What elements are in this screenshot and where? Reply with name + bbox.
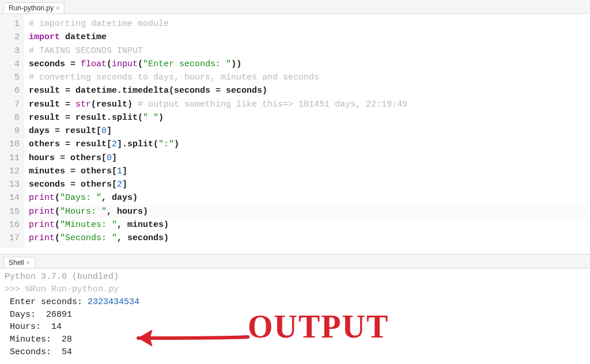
close-icon[interactable]: × bbox=[27, 259, 30, 266]
code-line[interactable]: # TAKING SECONDS INPUT bbox=[29, 44, 585, 58]
line-number: 13 bbox=[9, 178, 20, 191]
token-string: " " bbox=[143, 113, 158, 123]
line-number: 14 bbox=[9, 191, 20, 204]
code-line[interactable]: result = result.split(" ") bbox=[29, 111, 585, 124]
code-line[interactable]: print("Minutes: ", minutes) bbox=[29, 218, 585, 232]
shell-output-hours: Hours: 14 bbox=[5, 322, 62, 332]
editor-tab-bar: Run-python.py × bbox=[0, 0, 590, 14]
token-plain: (result) bbox=[91, 100, 138, 109]
token-string: "Days: " bbox=[60, 193, 101, 203]
shell-output[interactable]: Python 3.7.6 (bundled) >>> %Run Run-pyth… bbox=[0, 268, 590, 361]
token-plain: , days) bbox=[101, 193, 138, 203]
close-icon[interactable]: × bbox=[56, 5, 59, 12]
token-builtin: print bbox=[29, 233, 55, 243]
token-string: ":" bbox=[158, 139, 174, 149]
token-plain: result = result.split( bbox=[29, 113, 143, 123]
editor-tab[interactable]: Run-python.py × bbox=[3, 2, 65, 13]
token-comment: # converting seconds to days, hours, min… bbox=[29, 73, 319, 82]
token-plain: ( bbox=[107, 59, 112, 69]
code-line[interactable]: hours = others[0] bbox=[29, 151, 585, 165]
token-string: "Hours: " bbox=[60, 207, 107, 217]
token-number: 2 bbox=[117, 180, 122, 189]
token-plain: seconds = others[ bbox=[29, 180, 117, 189]
token-builtin: print bbox=[29, 193, 55, 203]
token-plain: hours = others[ bbox=[29, 153, 107, 163]
token-plain: ] bbox=[122, 166, 127, 176]
token-plain: others = result[ bbox=[29, 139, 112, 149]
token-plain: ] bbox=[107, 126, 112, 136]
token-comment: # importing datetime module bbox=[29, 19, 169, 29]
code-line[interactable]: result = datetime.timedelta(seconds = se… bbox=[29, 84, 585, 97]
token-plain: ) bbox=[158, 113, 164, 123]
line-number: 3 bbox=[9, 44, 20, 58]
token-number: 2 bbox=[112, 139, 117, 149]
token-number: 0 bbox=[107, 153, 112, 163]
code-line[interactable]: # importing datetime module bbox=[29, 17, 585, 31]
shell-output-seconds: Seconds: 54 bbox=[5, 347, 72, 357]
line-number: 4 bbox=[9, 58, 20, 71]
code-line[interactable]: import datetime bbox=[29, 31, 585, 44]
code-line[interactable]: result = str(result) # output something … bbox=[29, 98, 585, 111]
shell-tab-bar: Shell × bbox=[0, 255, 590, 268]
shell-run-command: %Run Run-python.py bbox=[25, 285, 119, 294]
token-plain: )) bbox=[231, 59, 241, 69]
shell-panel: Shell × Python 3.7.6 (bundled) >>> %Run … bbox=[0, 254, 590, 364]
token-builtin: print bbox=[29, 207, 55, 217]
token-plain: ( bbox=[138, 59, 143, 69]
line-number: 15 bbox=[9, 205, 20, 218]
token-plain: result = datetime.timedelta(seconds = se… bbox=[29, 86, 267, 96]
line-number: 7 bbox=[9, 98, 20, 111]
code-line[interactable]: seconds = float(input("Enter seconds: ")… bbox=[29, 58, 585, 71]
line-number: 1 bbox=[9, 17, 20, 31]
token-plain: ) bbox=[174, 139, 179, 149]
line-number: 12 bbox=[9, 165, 20, 178]
code-line[interactable]: # converting seconds to days, hours, min… bbox=[29, 71, 585, 84]
token-plain: ( bbox=[55, 193, 60, 203]
token-number: 0 bbox=[101, 126, 107, 136]
token-plain: datetime bbox=[60, 32, 107, 42]
token-plain: ( bbox=[55, 207, 60, 217]
code-line[interactable]: print("Hours: ", hours) bbox=[29, 205, 585, 218]
shell-output-days: Days: 26891 bbox=[5, 310, 72, 320]
code-line[interactable]: minutes = others[1] bbox=[29, 165, 585, 178]
token-plain: seconds = bbox=[29, 59, 81, 69]
line-number: 9 bbox=[9, 124, 20, 138]
line-number: 8 bbox=[9, 111, 20, 124]
line-number: 10 bbox=[9, 138, 20, 151]
token-plain: , minutes) bbox=[117, 220, 169, 230]
token-string: "Enter seconds: " bbox=[143, 59, 231, 69]
token-builtin: print bbox=[29, 220, 55, 230]
token-builtin: str bbox=[75, 100, 91, 109]
shell-prompt: >>> bbox=[5, 285, 20, 294]
token-builtin: float bbox=[81, 59, 107, 69]
token-string: "Minutes: " bbox=[60, 220, 117, 230]
code-line[interactable]: print("Days: ", days) bbox=[29, 191, 585, 204]
token-builtin: input bbox=[112, 59, 138, 69]
token-plain: , hours) bbox=[107, 207, 148, 217]
token-comment: # TAKING SECONDS INPUT bbox=[29, 46, 143, 56]
token-string: "Seconds: " bbox=[60, 233, 117, 243]
shell-input-value: 2323434534 bbox=[88, 297, 139, 307]
editor-tab-label: Run-python.py bbox=[9, 4, 54, 12]
token-plain: minutes = others[ bbox=[29, 166, 117, 176]
code-line[interactable]: days = result[0] bbox=[29, 124, 585, 138]
token-plain: ].split( bbox=[117, 139, 158, 149]
token-plain: ] bbox=[122, 180, 127, 189]
token-keyword: import bbox=[29, 32, 60, 42]
code-line[interactable]: seconds = others[2] bbox=[29, 178, 585, 191]
line-number: 6 bbox=[9, 84, 20, 97]
token-plain: , seconds) bbox=[117, 233, 169, 243]
code-line[interactable]: others = result[2].split(":") bbox=[29, 138, 585, 151]
shell-tab[interactable]: Shell × bbox=[3, 257, 35, 268]
code-editor[interactable]: 1234567891011121314151617 # importing da… bbox=[0, 14, 590, 248]
token-plain: ] bbox=[112, 153, 117, 163]
code-area[interactable]: # importing datetime moduleimport dateti… bbox=[24, 14, 590, 248]
line-number: 17 bbox=[9, 232, 20, 245]
token-number: 1 bbox=[117, 166, 122, 176]
line-number-gutter: 1234567891011121314151617 bbox=[0, 14, 24, 248]
code-line[interactable]: print("Seconds: ", seconds) bbox=[29, 232, 585, 245]
line-number: 5 bbox=[9, 71, 20, 84]
line-number: 16 bbox=[9, 218, 20, 232]
token-plain: result = bbox=[29, 100, 75, 109]
shell-banner: Python 3.7.6 (bundled) bbox=[5, 272, 119, 282]
